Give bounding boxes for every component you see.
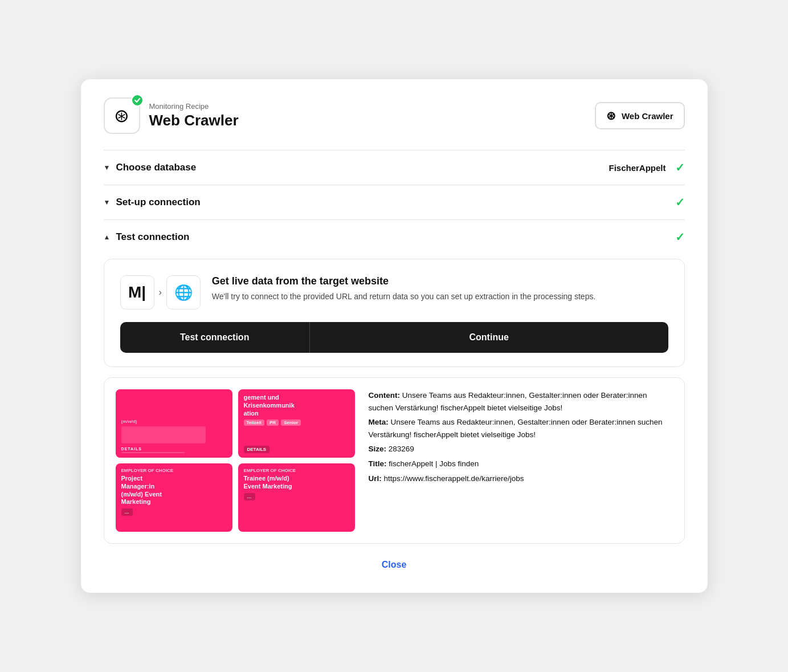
webcrawler-button[interactable]: ⊛ Web Crawler [595, 102, 685, 129]
url-value: https://www.fischerappelt.de/karriere/jo… [384, 474, 524, 483]
choose-database-section: ▼ Choose database FischerAppelt ✓ [104, 150, 685, 185]
choose-db-right: FischerAppelt ✓ [609, 161, 684, 174]
logo-icon: ⊛ [114, 105, 129, 127]
thumb4-text: Trainee (m/w/d)Event Marketing [244, 475, 349, 491]
thumbnail-1: (m/w/d) DETAILS [116, 389, 232, 458]
flow-arrow-icon: › [159, 287, 162, 298]
test-card-text: Get live data from the target website We… [212, 275, 596, 303]
test-connection-section: ▲ Test connection ✓ [104, 219, 685, 254]
webcrawler-icon: ⊛ [606, 109, 616, 123]
thumbnails-grid: (m/w/d) DETAILS gement undKrisenkommunik… [116, 389, 355, 532]
meta-line: Meta: Unsere Teams aus Redakteur:innen, … [369, 416, 673, 441]
test-check: ✓ [675, 230, 685, 244]
test-right: ✓ [675, 230, 685, 244]
test-arrow: ▲ [104, 233, 111, 241]
modal-header: ⊛ Monitoring Recipe Web Crawler ⊛ Web Cr… [104, 97, 685, 134]
setup-connection-section: ▼ Set-up connection ✓ [104, 185, 685, 219]
results-info: Content: Unsere Teams aus Redakteur:inne… [369, 389, 673, 532]
thumbnail-2: gement undKrisenkommunikation Teilzeit P… [238, 389, 355, 458]
makecom-icon: M| [120, 275, 154, 309]
continue-button[interactable]: Continue [310, 322, 668, 353]
choose-db-check: ✓ [675, 161, 685, 174]
setup-label: Set-up connection [116, 197, 200, 208]
thumb2-tags: Teilzeit PR Senior [244, 420, 349, 426]
thumb-tag: Teilzeit [244, 420, 265, 426]
setup-check: ✓ [675, 196, 685, 209]
setup-arrow: ▼ [104, 198, 111, 206]
status-badge [131, 94, 144, 107]
webcrawler-label: Web Crawler [622, 111, 673, 121]
url-label: Url: [369, 474, 384, 483]
setup-right: ✓ [675, 196, 685, 209]
db-name: FischerAppelt [609, 163, 665, 173]
icon-flow: M| › 🌐 [120, 275, 201, 309]
choose-database-toggle[interactable]: ▼ Choose database [104, 162, 197, 173]
choose-db-label: Choose database [116, 162, 196, 173]
test-card: M| › 🌐 Get live data from the target web… [104, 259, 685, 367]
thumb-tag: PR [267, 420, 279, 426]
thumb3-details: … [121, 508, 133, 516]
page-title: Web Crawler [149, 112, 239, 129]
test-connection-toggle[interactable]: ▲ Test connection [104, 231, 190, 243]
setup-connection-toggle[interactable]: ▼ Set-up connection [104, 197, 201, 208]
content-line: Content: Unsere Teams aus Redakteur:inne… [369, 389, 673, 414]
meta-value: Unsere Teams aus Redakteur:innen, Gestal… [369, 418, 663, 439]
test-connection-button[interactable]: Test connection [120, 322, 310, 353]
meta-label: Meta: [369, 418, 391, 426]
thumbnail-3: EMPLOYER OF CHOICE ProjectManager:in(m/w… [116, 463, 232, 532]
url-line: Url: https://www.fischerappelt.de/karrie… [369, 473, 673, 485]
app-logo: ⊛ [104, 97, 140, 134]
thumb-tag: Senior [281, 420, 301, 426]
thumb3-text: ProjectManager:in(m/w/d) EventMarketing [121, 475, 227, 506]
header-subtitle: Monitoring Recipe [149, 102, 239, 111]
size-label: Size: [369, 445, 389, 453]
choose-db-arrow: ▼ [104, 164, 111, 172]
test-card-heading: Get live data from the target website [212, 275, 596, 287]
header-left: ⊛ Monitoring Recipe Web Crawler [104, 97, 239, 134]
content-value: Unsere Teams aus Redakteur:innen, Gestal… [369, 391, 647, 412]
size-value: 283269 [389, 445, 414, 453]
content-label: Content: [369, 391, 402, 400]
title-label: Title: [369, 459, 389, 468]
header-title-group: Monitoring Recipe Web Crawler [149, 102, 239, 129]
size-line: Size: 283269 [369, 443, 673, 455]
close-row: Close [104, 560, 685, 570]
modal-container: ⊛ Monitoring Recipe Web Crawler ⊛ Web Cr… [81, 79, 708, 593]
close-button[interactable]: Close [382, 560, 407, 570]
btn-row: Test connection Continue [120, 322, 668, 353]
thumbnail-4: EMPLOYER OF CHOICE Trainee (m/w/d)Event … [238, 463, 355, 532]
title-line: Title: fischerAppelt | Jobs finden [369, 458, 673, 470]
results-card: (m/w/d) DETAILS gement undKrisenkommunik… [104, 377, 685, 544]
globe-icon: 🌐 [166, 275, 201, 309]
test-label: Test connection [116, 231, 189, 243]
title-value: fischerAppelt | Jobs finden [389, 459, 479, 468]
thumb4-details: … [244, 493, 255, 500]
test-card-description: We'll try to connect to the provided URL… [212, 291, 596, 303]
thumb2-details: DETAILS [244, 446, 270, 453]
thumb2-text: gement undKrisenkommunikation [244, 394, 349, 417]
test-card-header: M| › 🌐 Get live data from the target web… [120, 275, 668, 309]
